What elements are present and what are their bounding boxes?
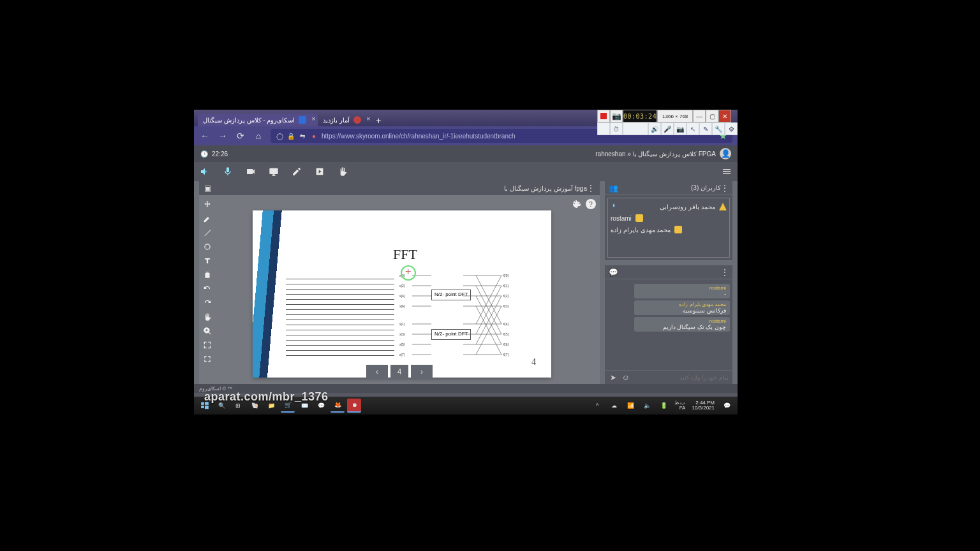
speaker-icon[interactable] <box>199 166 211 177</box>
reload-button[interactable]: ⟳ <box>235 130 246 142</box>
rec-audio-icon[interactable]: 🔊 <box>648 122 661 135</box>
browser-tab-active[interactable]: اسکای‌روم - کلاس پردازش سیگنال × <box>198 114 318 126</box>
svg-text:X[0]: X[0] <box>503 274 509 277</box>
back-button[interactable]: ← <box>199 130 211 142</box>
tray-chevron-icon[interactable]: ^ <box>590 399 604 413</box>
camera-icon[interactable] <box>245 166 256 177</box>
user-icon <box>674 226 682 233</box>
home-button[interactable]: ⌂ <box>253 130 264 142</box>
record-button[interactable] <box>597 110 610 122</box>
slide-page-number: 4 <box>531 357 536 367</box>
rec-settings-icon[interactable]: ⚙ <box>725 122 738 135</box>
mic-icon[interactable] <box>222 166 234 177</box>
presenter-icon <box>719 203 727 210</box>
rec-timer-icon[interactable]: ⏱ <box>610 122 623 135</box>
rec-webcam-icon[interactable]: 📷 <box>674 122 687 135</box>
emoji-icon[interactable]: ☺ <box>621 373 630 382</box>
raise-hand-icon[interactable] <box>337 166 348 177</box>
delete-tool-icon[interactable] <box>202 269 213 281</box>
new-tab-button[interactable]: + <box>373 115 384 126</box>
text-tool-icon[interactable] <box>202 255 213 267</box>
pencil-tool-icon[interactable] <box>202 213 213 224</box>
fft-right-diagram: X[0]X[1]X[2]X[3] X[4]X[5]X[6]X[7] <box>463 272 527 361</box>
redo-icon[interactable] <box>202 297 213 309</box>
browser-tab[interactable]: آمار بازدید × <box>318 114 373 126</box>
rec-mic-icon[interactable]: 🎤 <box>661 122 674 135</box>
record-timer: 00:03:24 <box>623 110 657 122</box>
minimize-button[interactable]: — <box>693 110 706 122</box>
canvas-tool-palette <box>202 199 213 365</box>
tray-volume-icon[interactable]: 🔈 <box>640 399 654 413</box>
svg-rect-43 <box>201 406 204 408</box>
more-icon[interactable]: ⋮ <box>721 184 729 193</box>
svg-text:x[3]: x[3] <box>399 332 405 336</box>
pan-tool-icon[interactable] <box>202 311 213 323</box>
send-icon[interactable]: ➤ <box>609 373 618 382</box>
users-list: محمد باقر رودسرابی rostami محمد مهدی بای… <box>607 198 730 258</box>
menu-icon[interactable] <box>721 166 732 177</box>
user-row[interactable]: محمد مهدی بایرام زاده <box>611 224 727 235</box>
sidebar: 👥 کاربران (3) ⋮ محمد باقر رودسرابی <box>605 181 732 384</box>
rec-draw-icon[interactable]: ✎ <box>699 122 712 135</box>
tray-lang[interactable]: ب.ظFA <box>673 400 687 411</box>
watermark-text: aparat.com/mbr_1376 <box>204 390 329 404</box>
pause-icon[interactable] <box>597 122 610 135</box>
svg-text:x[2]: x[2] <box>399 284 405 288</box>
annotation-marker <box>401 265 416 281</box>
tray-onedrive-icon[interactable]: ☁ <box>607 399 621 413</box>
maximize-button[interactable]: ▢ <box>706 110 718 122</box>
more-icon[interactable]: ⋮ <box>721 268 729 277</box>
user-name: rostami <box>611 215 632 222</box>
screenshare-icon[interactable] <box>268 166 279 177</box>
camera-capture-button[interactable]: 📷 <box>610 110 623 122</box>
chat-input[interactable] <box>634 374 729 381</box>
rec-cursor-icon[interactable]: ↖ <box>687 122 699 135</box>
fit-tool-icon[interactable] <box>202 339 213 351</box>
user-row[interactable]: rostami <box>611 212 727 224</box>
prev-slide-button[interactable]: ‹ <box>366 365 388 379</box>
presentation-title: آموزش پردازش سیگنال با fpga <box>504 185 587 192</box>
user-row[interactable]: محمد باقر رودسرابی <box>611 201 727 212</box>
breadcrumb: rahneshan » کلاس پردازش سیگنال با FPGA <box>595 151 716 158</box>
zoom-tool-icon[interactable] <box>202 325 213 337</box>
whiteboard-icon[interactable] <box>291 166 302 177</box>
svg-text:X[2]: X[2] <box>503 294 509 298</box>
fullscreen-tool-icon[interactable] <box>202 353 213 365</box>
tray-network-icon[interactable]: 📶 <box>623 399 637 413</box>
users-header-label: کاربران (3) <box>691 184 721 191</box>
move-tool-icon[interactable] <box>202 199 213 210</box>
line-tool-icon[interactable] <box>202 227 213 239</box>
tab-close-icon[interactable]: × <box>312 115 316 122</box>
tab-favicon <box>353 116 361 124</box>
taskbar-clock[interactable]: 2:44 PM 10/3/2021 <box>689 400 717 411</box>
forward-button[interactable]: → <box>217 130 228 142</box>
chat-message: rostami چون یک تک سیگنال داریم <box>634 317 730 332</box>
close-button[interactable]: ✕ <box>718 110 731 122</box>
tab-favicon <box>299 116 306 124</box>
rec-tools-icon[interactable]: 🔧 <box>712 122 725 135</box>
user-name: محمد باقر رودسرابی <box>660 203 715 210</box>
slide-title: FFT <box>393 246 417 263</box>
tab-close-icon[interactable]: × <box>366 115 370 122</box>
media-icon[interactable] <box>314 166 325 177</box>
tray-battery-icon[interactable]: 🔋 <box>657 399 671 413</box>
chat-panel: 💬 ⋮ rostami - محمد مهدی بایرام زاده فرکا… <box>605 265 732 384</box>
circle-tool-icon[interactable] <box>202 241 213 253</box>
more-icon[interactable]: ⋮ <box>587 184 595 193</box>
chat-message: rostami - <box>634 284 730 298</box>
tab-label: اسکای‌روم - کلاس پردازش سیگنال <box>203 117 295 124</box>
taskbar-firefox[interactable]: 🦊 <box>330 399 345 413</box>
notifications-icon[interactable]: 💬 <box>720 399 734 413</box>
media-toolbar <box>194 162 738 181</box>
avatar[interactable]: 👤 <box>720 148 731 159</box>
taskbar-recorder[interactable]: ⏺ <box>347 399 361 413</box>
pop-out-icon[interactable]: ▣ <box>204 184 211 193</box>
help-icon[interactable]: ? <box>586 199 596 209</box>
mic-permission-icon: ● <box>310 132 318 140</box>
slide-pager: ‹ 4 › <box>366 365 433 379</box>
next-slide-button[interactable]: › <box>411 365 433 379</box>
svg-text:X[3]: X[3] <box>503 304 509 308</box>
undo-icon[interactable] <box>202 283 213 295</box>
presentation-panel: ▣ آموزش پردازش سیگنال با fpga ⋮ ? <box>199 181 600 384</box>
palette-icon[interactable] <box>572 199 582 209</box>
